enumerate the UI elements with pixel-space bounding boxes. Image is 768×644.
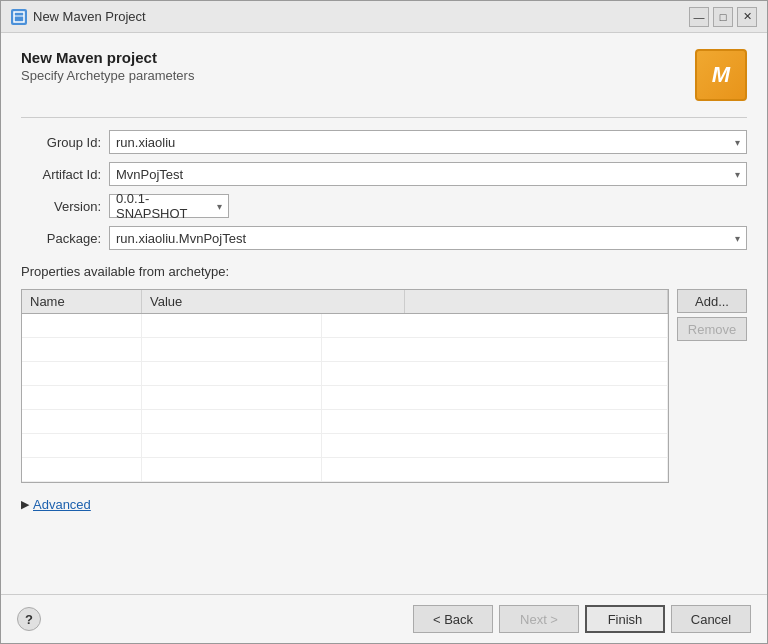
help-button[interactable]: ? (17, 607, 41, 631)
header-separator (21, 117, 747, 118)
group-id-dropdown-arrow: ▾ (735, 137, 740, 148)
table-row[interactable] (22, 314, 668, 338)
footer-right: < Back Next > Finish Cancel (413, 605, 751, 633)
dialog-content: New Maven project Specify Archetype para… (1, 33, 767, 528)
artifact-id-label: Artifact Id: (21, 167, 101, 182)
table-cell-value (142, 434, 322, 457)
table-row[interactable] (22, 386, 668, 410)
table-cell-value (142, 314, 322, 337)
form-section: Group Id: run.xiaoliu ▾ Artifact Id: Mvn… (21, 130, 747, 250)
back-button[interactable]: < Back (413, 605, 493, 633)
package-label: Package: (21, 231, 101, 246)
table-cell-name (22, 314, 142, 337)
version-value: 0.0.1-SNAPSHOT (116, 191, 217, 221)
header-section: New Maven project Specify Archetype para… (21, 49, 747, 101)
svg-rect-0 (14, 12, 24, 22)
maximize-button[interactable]: □ (713, 7, 733, 27)
table-cell-name (22, 458, 142, 481)
properties-section: Name Value Add... Remove (21, 289, 747, 483)
artifact-id-input[interactable]: MvnPojTest ▾ (109, 162, 747, 186)
table-cell-value (142, 362, 322, 385)
properties-table: Name Value (21, 289, 669, 483)
table-cell-value (142, 410, 322, 433)
remove-button[interactable]: Remove (677, 317, 747, 341)
minimize-button[interactable]: — (689, 7, 709, 27)
finish-button[interactable]: Finish (585, 605, 665, 633)
artifact-id-row: Artifact Id: MvnPojTest ▾ (21, 162, 747, 186)
table-cell-value (142, 458, 322, 481)
properties-label: Properties available from archetype: (21, 264, 747, 279)
table-row[interactable] (22, 410, 668, 434)
group-id-label: Group Id: (21, 135, 101, 150)
table-header: Name Value (22, 290, 668, 314)
maven-logo: M (695, 49, 747, 101)
package-row: Package: run.xiaoliu.MvnPojTest ▾ (21, 226, 747, 250)
add-button[interactable]: Add... (677, 289, 747, 313)
group-id-input[interactable]: run.xiaoliu ▾ (109, 130, 747, 154)
package-dropdown-arrow: ▾ (735, 233, 740, 244)
properties-buttons: Add... Remove (677, 289, 747, 483)
cancel-button[interactable]: Cancel (671, 605, 751, 633)
title-bar: New Maven Project — □ ✕ (1, 1, 767, 33)
header-texts: New Maven project Specify Archetype para… (21, 49, 194, 83)
table-cell-name (22, 410, 142, 433)
table-cell-extra (322, 410, 668, 433)
version-dropdown-arrow: ▾ (217, 201, 222, 212)
footer: ? < Back Next > Finish Cancel (1, 595, 767, 643)
table-cell-extra (322, 362, 668, 385)
table-cell-name (22, 338, 142, 361)
table-cell-value (142, 386, 322, 409)
table-cell-extra (322, 338, 668, 361)
spacer (1, 528, 767, 594)
table-header-extra (405, 290, 668, 313)
table-cell-value (142, 338, 322, 361)
footer-left: ? (17, 607, 41, 631)
advanced-arrow-icon: ▶ (21, 498, 29, 511)
window-icon (11, 9, 27, 25)
table-cell-name (22, 434, 142, 457)
version-select[interactable]: 0.0.1-SNAPSHOT ▾ (109, 194, 229, 218)
title-bar-left: New Maven Project (11, 9, 146, 25)
table-header-name: Name (22, 290, 142, 313)
dialog-window: New Maven Project — □ ✕ New Maven projec… (0, 0, 768, 644)
page-title: New Maven project (21, 49, 194, 66)
table-header-value: Value (142, 290, 405, 313)
next-button[interactable]: Next > (499, 605, 579, 633)
package-input[interactable]: run.xiaoliu.MvnPojTest ▾ (109, 226, 747, 250)
close-button[interactable]: ✕ (737, 7, 757, 27)
version-row: Version: 0.0.1-SNAPSHOT ▾ (21, 194, 747, 218)
table-cell-name (22, 362, 142, 385)
version-label: Version: (21, 199, 101, 214)
package-value: run.xiaoliu.MvnPojTest (116, 231, 246, 246)
table-cell-extra (322, 386, 668, 409)
group-id-row: Group Id: run.xiaoliu ▾ (21, 130, 747, 154)
group-id-value: run.xiaoliu (116, 135, 175, 150)
table-cell-name (22, 386, 142, 409)
table-row[interactable] (22, 338, 668, 362)
advanced-label: Advanced (33, 497, 91, 512)
artifact-id-value: MvnPojTest (116, 167, 183, 182)
table-cell-extra (322, 434, 668, 457)
window-title: New Maven Project (33, 9, 146, 24)
table-cell-extra (322, 314, 668, 337)
table-row[interactable] (22, 458, 668, 482)
advanced-section[interactable]: ▶ Advanced (21, 497, 747, 512)
table-body (22, 314, 668, 482)
window-controls: — □ ✕ (689, 7, 757, 27)
page-subtitle: Specify Archetype parameters (21, 68, 194, 83)
table-cell-extra (322, 458, 668, 481)
table-row[interactable] (22, 434, 668, 458)
artifact-id-dropdown-arrow: ▾ (735, 169, 740, 180)
table-row[interactable] (22, 362, 668, 386)
